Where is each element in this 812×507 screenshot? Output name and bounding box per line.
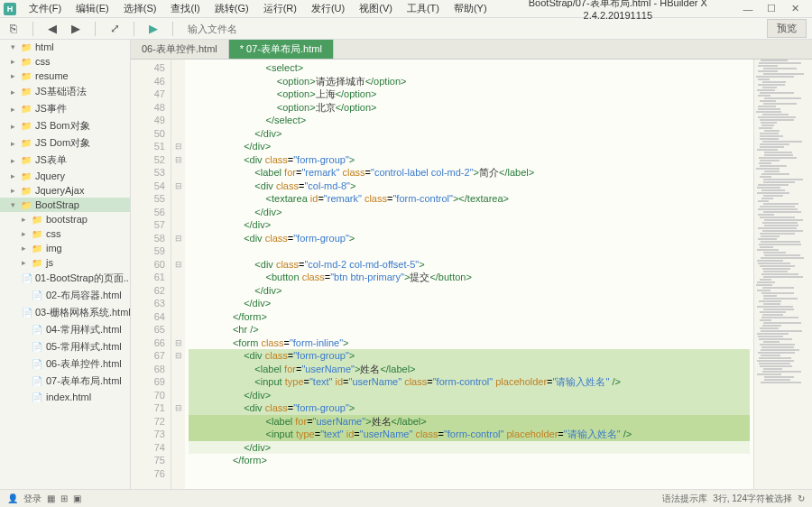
preview-button[interactable]: 预览: [767, 19, 807, 38]
close-button[interactable]: ✕: [789, 3, 801, 15]
file-item[interactable]: 07-表单布局.html: [0, 373, 130, 390]
folder-item[interactable]: ▸JS Bom对象: [0, 117, 130, 134]
minimap[interactable]: [753, 60, 812, 489]
file-item[interactable]: 03-栅格网格系统.html: [0, 304, 130, 321]
folder-item[interactable]: ▸resume: [0, 69, 130, 83]
menu-item[interactable]: 视图(V): [352, 2, 400, 15]
file-item[interactable]: index.html: [0, 390, 130, 404]
file-item[interactable]: 01-BootStrap的页面...: [0, 270, 130, 287]
folder-item[interactable]: ▸css: [0, 226, 130, 241]
status-icon[interactable]: ▦: [47, 493, 55, 503]
editor-tab[interactable]: 06-表单控件.html: [131, 40, 229, 59]
project-sidebar[interactable]: ▾html▸css▸resume▸JS基础语法▸JS事件▸JS Bom对象▸JS…: [0, 40, 131, 489]
statusbar: 👤 登录 ▦ ⊞ ▣ 语法提示库 3行, 124字符被选择 ↻: [0, 489, 812, 507]
fold-gutter[interactable]: ⊟⊟⊟⊟⊟⊟⊟⊟: [171, 60, 185, 489]
folder-item[interactable]: ▾html: [0, 40, 130, 54]
window-title: BootStrap/07-表单布局.html - HBuilder X 2.4.…: [494, 0, 742, 21]
forward-button[interactable]: ▶: [68, 21, 84, 37]
login-label[interactable]: 登录: [23, 493, 42, 505]
line-gutter: 4546474849505152535455565758596061626364…: [131, 60, 171, 489]
terminal-icon[interactable]: ▣: [73, 493, 81, 503]
expand-button[interactable]: ⤢: [106, 21, 123, 37]
folder-item[interactable]: ▸JS基础语法: [0, 83, 130, 100]
menu-item[interactable]: 工具(T): [400, 2, 447, 15]
file-item[interactable]: 02-布局容器.html: [0, 287, 130, 304]
file-search-input[interactable]: [184, 22, 319, 36]
folder-item[interactable]: ▸js: [0, 255, 130, 270]
editor-area: 06-表单控件.html* 07-表单布局.html 4546474849505…: [131, 40, 812, 489]
folder-item[interactable]: ▸Jquery: [0, 169, 130, 183]
folder-item[interactable]: ▾BootStrap: [0, 198, 130, 212]
app-icon: H: [4, 3, 16, 15]
menu-item[interactable]: 发行(U): [304, 2, 352, 15]
menu-item[interactable]: 帮助(Y): [447, 2, 494, 15]
status-icon2[interactable]: ⊞: [60, 493, 68, 503]
editor-tab[interactable]: * 07-表单布局.html: [229, 40, 334, 59]
sync-icon[interactable]: ↻: [798, 493, 805, 503]
run-button[interactable]: ▶: [145, 21, 161, 37]
menu-item[interactable]: 跳转(G): [208, 2, 256, 15]
menu-item[interactable]: 编辑(E): [69, 2, 116, 15]
user-icon[interactable]: 👤: [7, 493, 18, 503]
menu-item[interactable]: 查找(I): [163, 2, 207, 15]
folder-item[interactable]: ▸JqueryAjax: [0, 183, 130, 198]
editor-tabs: 06-表单控件.html* 07-表单布局.html: [131, 40, 812, 60]
file-item[interactable]: 05-常用样式.html: [0, 338, 130, 355]
code-lines[interactable]: <select> <option>请选择城市</option> <option>…: [185, 60, 753, 489]
menu-item[interactable]: 选择(S): [116, 2, 164, 15]
syntax-hint[interactable]: 语法提示库: [662, 493, 707, 505]
code-editor[interactable]: 4546474849505152535455565758596061626364…: [131, 60, 812, 489]
back-button[interactable]: ◀: [44, 21, 60, 37]
folder-item[interactable]: ▸bootstrap: [0, 212, 130, 226]
menu-item[interactable]: 运行(R): [256, 2, 304, 15]
maximize-button[interactable]: ☐: [765, 3, 778, 15]
file-item[interactable]: 04-常用样式.html: [0, 321, 130, 338]
folder-item[interactable]: ▸JS表单: [0, 152, 130, 169]
toolbar: ⎘ ◀ ▶ ⤢ ▶ 预览: [0, 18, 812, 40]
minimize-button[interactable]: —: [742, 3, 754, 15]
file-item[interactable]: 06-表单控件.html: [0, 355, 130, 373]
folder-item[interactable]: ▸img: [0, 241, 130, 255]
folder-item[interactable]: ▸JS Dom对象: [0, 134, 130, 152]
folder-item[interactable]: ▸css: [0, 54, 130, 69]
folder-item[interactable]: ▸JS事件: [0, 100, 130, 117]
menubar: H 文件(F)编辑(E)选择(S)查找(I)跳转(G)运行(R)发行(U)视图(…: [0, 0, 812, 18]
selection-info: 3行, 124字符被选择: [713, 493, 792, 505]
window-controls: — ☐ ✕: [742, 3, 808, 15]
new-file-button[interactable]: ⎘: [5, 21, 22, 37]
menu-item[interactable]: 文件(F): [22, 2, 69, 15]
